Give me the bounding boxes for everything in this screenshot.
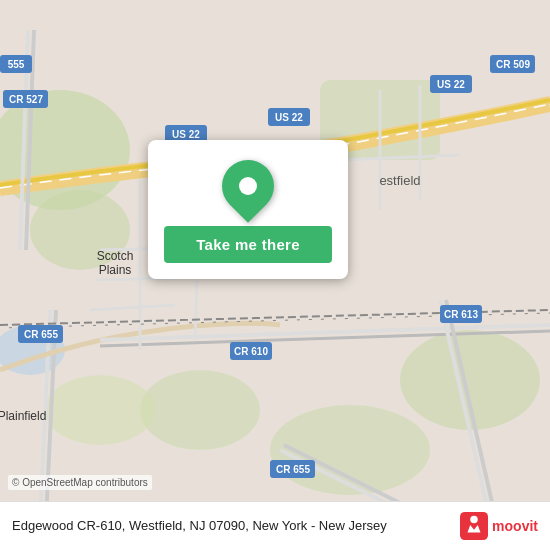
svg-text:Plainfield: Plainfield	[0, 409, 46, 423]
location-pin-icon	[211, 149, 285, 223]
moovit-logo-icon	[460, 512, 488, 540]
svg-point-4	[400, 330, 540, 430]
svg-text:Plains: Plains	[99, 263, 132, 277]
openstreetmap-credit: © OpenStreetMap contributors	[8, 475, 152, 490]
svg-point-5	[140, 370, 260, 450]
map-container: US 22 US 22 US 22 CR 527 CR 509 CR 655 C…	[0, 0, 550, 550]
popup-card: Take me there	[148, 140, 348, 279]
svg-text:CR 527: CR 527	[9, 94, 43, 105]
svg-text:CR 610: CR 610	[234, 346, 268, 357]
svg-text:CR 613: CR 613	[444, 309, 478, 320]
svg-point-54	[470, 516, 477, 523]
moovit-logo: moovit	[460, 512, 538, 540]
bottom-bar: Edgewood CR-610, Westfield, NJ 07090, Ne…	[0, 501, 550, 550]
svg-point-7	[45, 375, 155, 445]
svg-text:CR 655: CR 655	[24, 329, 58, 340]
svg-text:CR 509: CR 509	[496, 59, 530, 70]
svg-text:CR 655: CR 655	[276, 464, 310, 475]
svg-text:US 22: US 22	[275, 112, 303, 123]
moovit-text: moovit	[492, 519, 538, 533]
svg-text:US 22: US 22	[437, 79, 465, 90]
svg-text:estfield: estfield	[379, 173, 420, 188]
take-me-there-button[interactable]: Take me there	[164, 226, 332, 263]
address-text: Edgewood CR-610, Westfield, NJ 07090, Ne…	[12, 517, 450, 535]
svg-text:US 22: US 22	[172, 129, 200, 140]
svg-text:Scotch: Scotch	[97, 249, 134, 263]
svg-text:555: 555	[8, 59, 25, 70]
